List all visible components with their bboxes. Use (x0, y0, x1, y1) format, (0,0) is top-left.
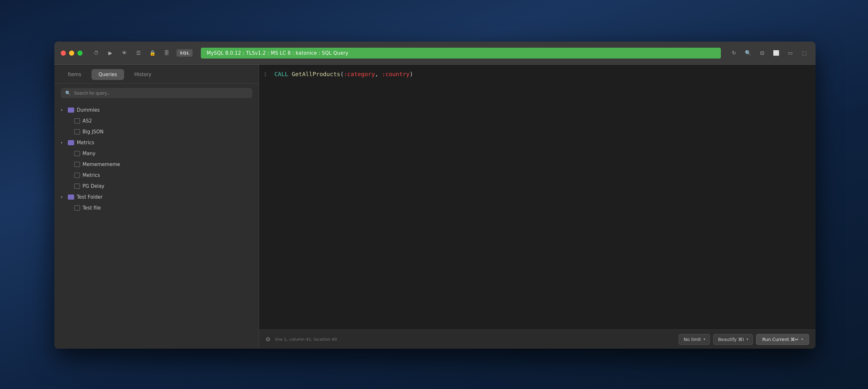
maximize-button[interactable] (78, 51, 83, 56)
file-label-test-file: Test file (83, 205, 101, 211)
editor-line-1: 1 CALL GetAllProducts(:category, :countr… (259, 70, 815, 79)
folder-label-dummies: Dummies (77, 107, 100, 113)
file-many[interactable]: Many (54, 148, 259, 159)
sidebar: Items Queries History 🔍 ▾ Dummies A (54, 65, 259, 349)
search-icon[interactable]: 🔍 (743, 48, 753, 58)
split-icon[interactable]: ⊟ (757, 48, 767, 58)
folder-test-folder[interactable]: ▾ Test Folder (54, 191, 259, 203)
chevron-down-icon: ▾ (61, 108, 65, 112)
file-icon-as2 (74, 118, 80, 123)
param-country: :country (382, 71, 410, 78)
file-icon-big-json (74, 129, 80, 134)
file-label-metrics: Metrics (83, 173, 100, 178)
file-icon-many (74, 151, 80, 156)
folder-icon-test-folder (68, 194, 74, 200)
editor-content[interactable]: 1 CALL GetAllProducts(:category, :countr… (259, 65, 815, 329)
code-line-1: CALL GetAllProducts(:category, :country) (274, 70, 815, 79)
titlebar-right-icons: ↻ 🔍 ⊟ ⬜ ▭ ⬚ (729, 48, 809, 58)
tab-items[interactable]: Items (61, 69, 88, 80)
search-icon-small: 🔍 (65, 91, 71, 96)
sidebar-toggle-icon[interactable]: ⬜ (771, 48, 781, 58)
chevron-down-icon: ▾ (746, 337, 748, 341)
file-label-mememememe: Mememememe (83, 161, 120, 167)
no-limit-label: No limit (683, 337, 701, 342)
keyword-call: CALL (274, 71, 292, 78)
chevron-down-icon: ▾ (61, 195, 65, 199)
play-icon[interactable]: ▶ (105, 48, 115, 58)
beautify-dropdown[interactable]: Beautify ⌘I ▾ (713, 334, 753, 345)
folder-dummies[interactable]: ▾ Dummies (54, 104, 259, 116)
titlebar-left-icons: ⏱ ▶ 👁 ☰ 🔒 🗄 (91, 48, 172, 58)
file-icon-mememememe (74, 162, 80, 167)
eye-icon[interactable]: 👁 (120, 48, 129, 58)
traffic-lights (61, 51, 83, 56)
file-test-file[interactable]: Test file (54, 203, 259, 213)
sidebar-tabs: Items Queries History (54, 65, 259, 84)
file-label-pg-delay: PG Delay (83, 183, 104, 189)
sql-badge: SQL (177, 49, 192, 57)
lock-icon[interactable]: 🔒 (148, 48, 157, 58)
run-current-button[interactable]: Run Current ⌘↵ ▾ (756, 334, 809, 345)
comma-separator: , (375, 71, 382, 78)
run-current-label: Run Current ⌘↵ (762, 337, 799, 342)
folder-icon-metrics (68, 140, 74, 145)
refresh-icon[interactable]: ↻ (729, 48, 739, 58)
chevron-down-icon: ▾ (801, 337, 803, 341)
main-content: Items Queries History 🔍 ▾ Dummies A (54, 65, 815, 349)
settings-icon[interactable]: ⚙ (266, 336, 271, 342)
chevron-down-icon: ▾ (61, 141, 65, 145)
search-bar: 🔍 (61, 88, 252, 98)
file-icon-test-file (74, 205, 80, 210)
tree-list: ▾ Dummies AS2 Big JSON ▾ (54, 103, 259, 349)
file-mememememe[interactable]: Mememememe (54, 159, 259, 170)
folder-icon-dummies (68, 108, 74, 113)
bottom-controls: No limit ▾ Beautify ⌘I ▾ Run Current ⌘↵ … (679, 334, 809, 345)
minimize-button[interactable] (69, 51, 74, 56)
file-metrics[interactable]: Metrics (54, 170, 259, 181)
paren-close: ) (410, 71, 413, 78)
list-icon[interactable]: ☰ (134, 48, 143, 58)
line-number-1: 1 (259, 70, 274, 79)
app-window: ⏱ ▶ 👁 ☰ 🔒 🗄 SQL MySQL 8.0.12 : TLSv1.2 :… (54, 41, 815, 349)
history-icon[interactable]: ⏱ (91, 48, 101, 58)
panel-icon[interactable]: ▭ (785, 48, 795, 58)
editor-status-text: line 1, column 41, location 40 (275, 337, 674, 342)
file-big-json[interactable]: Big JSON (54, 126, 259, 137)
file-pg-delay[interactable]: PG Delay (54, 181, 259, 191)
folder-label-test-folder: Test Folder (77, 194, 103, 200)
connection-bar: MySQL 8.0.12 : TLSv1.2 : MS LC 8 : katon… (201, 48, 721, 59)
no-limit-dropdown[interactable]: No limit ▾ (679, 334, 710, 345)
tab-history[interactable]: History (127, 69, 158, 80)
beautify-label: Beautify ⌘I (718, 337, 744, 342)
file-as2[interactable]: AS2 (54, 116, 259, 126)
tab-queries[interactable]: Queries (91, 69, 124, 80)
param-category: :category (344, 71, 375, 78)
database-icon[interactable]: 🗄 (162, 48, 172, 58)
file-icon-metrics (74, 173, 80, 178)
file-label-as2: AS2 (83, 118, 92, 124)
close-button[interactable] (61, 51, 66, 56)
editor-area: 1 CALL GetAllProducts(:category, :countr… (259, 65, 815, 349)
paren-open: ( (340, 71, 344, 78)
folder-metrics[interactable]: ▾ Metrics (54, 137, 259, 148)
file-label-big-json: Big JSON (83, 129, 104, 135)
search-input[interactable] (74, 91, 248, 96)
fullscreen-icon[interactable]: ⬚ (800, 48, 809, 58)
chevron-down-icon: ▾ (704, 337, 706, 341)
folder-label-metrics: Metrics (77, 140, 94, 146)
function-name: GetAllProducts (292, 71, 340, 78)
file-label-many: Many (83, 151, 96, 156)
editor-bottom-bar: ⚙ line 1, column 41, location 40 No limi… (259, 329, 815, 349)
titlebar: ⏱ ▶ 👁 ☰ 🔒 🗄 SQL MySQL 8.0.12 : TLSv1.2 :… (54, 41, 815, 65)
file-icon-pg-delay (74, 184, 80, 189)
